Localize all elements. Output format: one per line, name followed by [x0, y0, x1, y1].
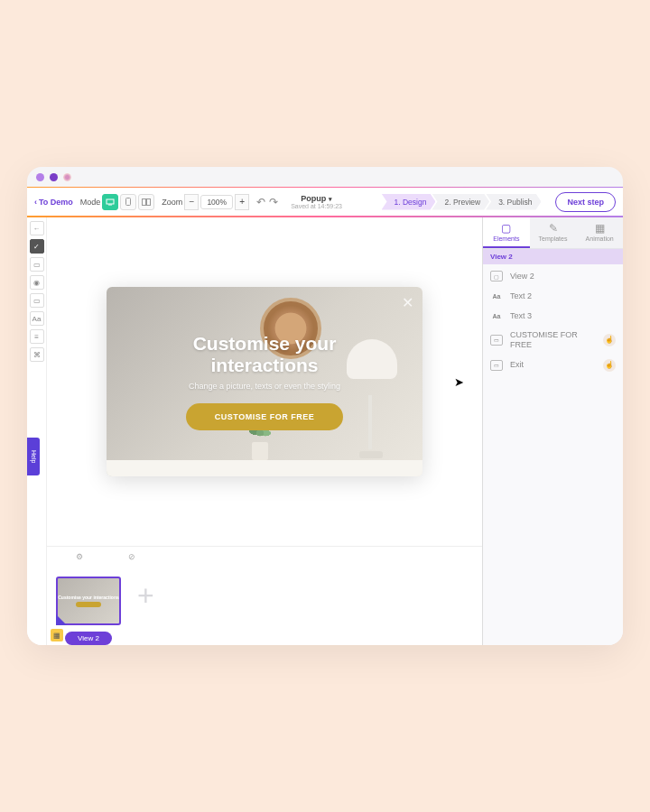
element-label: Text 2 — [510, 291, 616, 301]
close-icon[interactable]: ✕ — [402, 294, 413, 311]
tool-checkbox-icon[interactable]: ✓ — [30, 239, 44, 254]
help-tab[interactable]: Help — [27, 438, 40, 475]
tool-back-icon[interactable]: ← — [30, 221, 44, 235]
panel-tabs: ▢ Elements ✎ Templates ▦ Animation — [483, 217, 623, 249]
next-step-button[interactable]: Next step — [555, 192, 616, 212]
button-icon: ▭ — [490, 335, 503, 346]
layers-chip-icon[interactable]: ▦ — [51, 629, 63, 641]
mode-group: Mode — [80, 194, 155, 210]
view-thumbnail[interactable]: Customise your interactions View 2 — [56, 577, 121, 625]
element-label: View 2 — [510, 272, 616, 281]
thumb-corner-icon — [56, 614, 67, 625]
window-titlebar — [27, 167, 623, 187]
elements-icon: ▢ — [483, 222, 530, 235]
element-exit[interactable]: ▭ Exit ☝ — [483, 355, 623, 376]
tool-frame-icon[interactable]: ▭ — [30, 257, 44, 272]
tool-link-icon[interactable]: ⌘ — [30, 347, 44, 362]
text-icon: Aa — [490, 291, 503, 301]
exit-icon: ▭ — [490, 360, 503, 371]
svg-rect-0 — [107, 199, 114, 204]
element-cta[interactable]: ▭ CUSTOMISE FOR FREE ☝ — [483, 326, 623, 355]
tool-rect-icon[interactable]: ▭ — [30, 293, 44, 308]
app-window: ‹ To Demo Mode Zoom − 100% + ↶ ↷ Popu — [27, 167, 623, 645]
back-link[interactable]: ‹ To Demo — [34, 198, 73, 207]
element-label: CUSTOMISE FOR FREE — [510, 330, 596, 350]
popup-title[interactable]: Customise your interactions — [193, 333, 337, 376]
toolbar: ‹ To Demo Mode Zoom − 100% + ↶ ↷ Popu — [27, 187, 623, 217]
workflow-steps: 1. Design 2. Preview 3. Publish — [385, 194, 542, 210]
project-name[interactable]: Popup ▾ — [291, 194, 342, 203]
cursor-icon: ➤ — [454, 375, 464, 389]
redo-icon[interactable]: ↷ — [269, 196, 278, 208]
workspace: ← ✓ ▭ ◉ ▭ Aa ≡ ⌘ Help ✕ Customise your i… — [27, 217, 623, 645]
history-group: ↶ ↷ — [256, 196, 278, 208]
element-text2[interactable]: Aa Text 2 — [483, 286, 623, 306]
thumb-title: Customise your interactions — [58, 595, 119, 600]
shelf-decor — [107, 460, 422, 476]
saved-status: Saved at 14:59:23 — [291, 203, 342, 209]
lamp-decor — [356, 395, 386, 458]
zoom-in-button[interactable]: + — [235, 194, 249, 210]
traffic-light-min[interactable] — [50, 173, 58, 181]
zoom-out-button[interactable]: − — [184, 194, 199, 210]
tool-circle-icon[interactable]: ◉ — [30, 275, 44, 290]
mode-layout-button[interactable] — [138, 194, 154, 210]
undo-icon[interactable]: ↶ — [256, 196, 265, 208]
zoom-label: Zoom — [162, 198, 182, 207]
thumb-cta — [76, 602, 101, 607]
thumb-label: View 2 — [65, 632, 112, 645]
popup-preview[interactable]: ✕ Customise your interactions Change a p… — [107, 287, 422, 476]
step-preview[interactable]: 2. Preview — [432, 194, 489, 210]
tool-text-icon[interactable]: Aa — [30, 311, 44, 326]
chevron-down-icon: ▾ — [329, 196, 332, 202]
right-panel: ▢ Elements ✎ Templates ▦ Animation View … — [483, 217, 623, 645]
animation-icon: ▦ — [576, 222, 623, 235]
interaction-icon[interactable]: ☝ — [603, 334, 616, 346]
text-icon: Aa — [490, 310, 503, 321]
svg-rect-2 — [126, 198, 131, 206]
element-text3[interactable]: Aa Text 3 — [483, 306, 623, 326]
mobile-icon — [125, 198, 131, 206]
traffic-light-max[interactable] — [63, 173, 71, 181]
elements-list: ▢ View 2 Aa Text 2 Aa Text 3 ▭ CUSTOMISE… — [483, 264, 623, 378]
view-icon: ▢ — [490, 271, 503, 281]
tab-animation[interactable]: ▦ Animation — [576, 217, 623, 248]
element-label: Exit — [510, 360, 596, 370]
tab-templates[interactable]: ✎ Templates — [530, 217, 577, 248]
element-label: Text 3 — [510, 311, 616, 321]
canvas-area: ✕ Customise your interactions Change a p… — [47, 217, 483, 645]
left-toolbar: ← ✓ ▭ ◉ ▭ Aa ≡ ⌘ — [27, 217, 47, 645]
gear-icon[interactable]: ⚙ — [76, 552, 83, 561]
panel-section-header: View 2 — [483, 249, 623, 264]
interaction-icon[interactable]: ☝ — [603, 359, 616, 372]
desktop-icon — [106, 198, 115, 206]
canvas[interactable]: ✕ Customise your interactions Change a p… — [47, 217, 482, 546]
mode-mobile-button[interactable] — [120, 194, 136, 210]
traffic-light-close[interactable] — [36, 173, 44, 181]
svg-rect-4 — [147, 198, 151, 205]
disable-icon[interactable]: ⊘ — [128, 552, 135, 561]
project-title-block: Popup ▾ Saved at 14:59:23 — [291, 194, 342, 209]
add-view-button[interactable]: + — [137, 579, 154, 613]
popup-subtitle[interactable]: Change a picture, texts or even the styl… — [189, 382, 340, 391]
svg-rect-3 — [143, 198, 146, 205]
templates-icon: ✎ — [530, 222, 577, 235]
step-design[interactable]: 1. Design — [382, 194, 436, 210]
tool-list-icon[interactable]: ≡ — [30, 329, 44, 344]
chevron-left-icon: ‹ — [34, 198, 37, 207]
mode-label: Mode — [80, 198, 101, 207]
zoom-value[interactable]: 100% — [200, 195, 233, 209]
mode-desktop-button[interactable] — [102, 194, 118, 210]
element-view[interactable]: ▢ View 2 — [483, 266, 623, 286]
popup-cta-button[interactable]: CUSTOMISE FOR FREE — [186, 403, 343, 430]
tab-elements[interactable]: ▢ Elements — [483, 217, 530, 248]
zoom-group: Zoom − 100% + — [162, 194, 249, 210]
layout-icon — [142, 198, 151, 206]
step-publish[interactable]: 3. Publish — [486, 194, 541, 210]
back-label: To Demo — [39, 198, 73, 207]
views-strip: ⚙ ⊘ Customise your interactions View 2 +… — [47, 546, 482, 645]
